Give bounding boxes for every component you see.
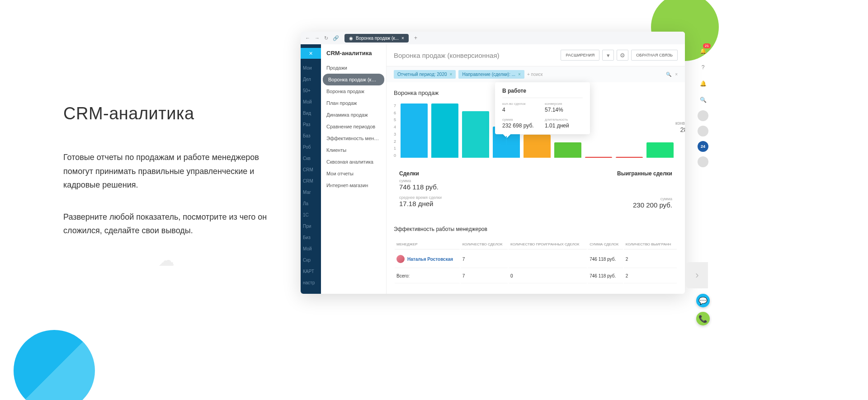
user-avatar[interactable] bbox=[698, 156, 708, 167]
call-button-icon[interactable]: 📞 bbox=[696, 312, 710, 325]
tooltip-title: В работе bbox=[502, 88, 583, 98]
sidebar-item[interactable]: Скр bbox=[301, 254, 321, 266]
sidebar-close-button[interactable]: × bbox=[301, 48, 321, 59]
analytics-nav-title: CRM-аналитика bbox=[321, 50, 386, 62]
app-window: ← → ↻ 🔗 ◉ Воронка продаж (к... × + × Мои… bbox=[301, 32, 685, 294]
main-content: Воронка продаж (конверсионная) Расширени… bbox=[387, 44, 685, 294]
marketing-title: CRM-аналитика bbox=[63, 104, 271, 123]
sidebar-item[interactable]: Мой bbox=[301, 96, 321, 108]
search-icon[interactable]: 🔍 bbox=[666, 72, 671, 77]
sidebar-item[interactable]: Вид bbox=[301, 108, 321, 119]
conversion-label: конверсия bbox=[675, 121, 685, 126]
nav-item[interactable]: Интернет-магазин bbox=[321, 179, 386, 191]
chart-bar[interactable] bbox=[585, 157, 612, 158]
remove-filter-icon[interactable]: × bbox=[450, 72, 453, 77]
sidebar-item[interactable]: При bbox=[301, 221, 321, 232]
nav-item[interactable]: Сравнение периодов bbox=[321, 121, 386, 132]
filter-chip-period[interactable]: Отчетный период: 2020 × bbox=[394, 70, 456, 79]
sidebar-item[interactable]: Роб bbox=[301, 141, 321, 153]
sidebar-item[interactable]: Дел bbox=[301, 74, 321, 85]
nav-item[interactable]: План продаж bbox=[321, 97, 386, 109]
table-row: Наталья Ростовская7746 118 руб.2 bbox=[395, 250, 677, 268]
chart-bar[interactable] bbox=[616, 157, 643, 158]
browser-bar: ← → ↻ 🔗 ◉ Воронка продаж (к... × + bbox=[301, 32, 685, 44]
left-rail-sidebar: × МоиДел50+МойВидРазБазРобСквCRMCRMМагЛа… bbox=[301, 44, 321, 294]
tab-favicon-icon: ◉ bbox=[349, 36, 353, 41]
sidebar-item[interactable]: 50+ bbox=[301, 85, 321, 96]
conversion-value: 28.57 % bbox=[675, 126, 685, 141]
extensions-dropdown-icon[interactable]: ▾ bbox=[602, 50, 614, 61]
tooltip-cell: сумма232 698 руб. bbox=[502, 118, 540, 129]
bell2-icon[interactable]: 🔔 bbox=[697, 78, 709, 89]
chart-bar[interactable] bbox=[462, 111, 489, 158]
tooltip-cell: кол-во сделок4 bbox=[502, 102, 540, 113]
analytics-nav: CRM-аналитика ПродажиВоронка продаж (кон… bbox=[321, 44, 387, 294]
chat-button-icon[interactable]: 💬 bbox=[696, 294, 710, 307]
funnel-chart-section: Воронка продаж В работе кол-во сделок4ко… bbox=[387, 82, 685, 165]
sidebar-item[interactable]: CRM bbox=[301, 164, 321, 175]
tooltip-cell: длительность1.01 дней bbox=[545, 118, 583, 129]
nav-item[interactable]: Клиенты bbox=[321, 144, 386, 156]
sidebar-item[interactable]: КАРТ bbox=[301, 266, 321, 277]
clear-filters-icon[interactable]: × bbox=[675, 72, 678, 77]
sidebar-item[interactable]: Мои bbox=[301, 62, 321, 74]
tab-close-icon[interactable]: × bbox=[401, 36, 404, 41]
chart-bar[interactable] bbox=[524, 135, 551, 158]
page-title: Воронка продаж (конверсионная) bbox=[394, 52, 500, 59]
new-tab-button[interactable]: + bbox=[414, 35, 417, 41]
avatar bbox=[396, 255, 405, 263]
nav-item[interactable]: Эффективность менедж... bbox=[321, 132, 386, 144]
user-avatar[interactable] bbox=[698, 126, 708, 136]
nav-item[interactable]: Воронка продаж (конве... bbox=[323, 74, 384, 85]
sidebar-item[interactable]: Маг bbox=[301, 187, 321, 198]
help-icon[interactable]: ? bbox=[697, 61, 709, 73]
marketing-para-2: Разверните любой показатель, посмотрите … bbox=[63, 210, 271, 238]
sidebar-item[interactable]: настр bbox=[301, 277, 321, 288]
back-icon[interactable]: ← bbox=[305, 35, 310, 41]
sidebar-item[interactable]: Баз bbox=[301, 130, 321, 141]
browser-tab[interactable]: ◉ Воронка продаж (к... × bbox=[344, 34, 409, 42]
extensions-button[interactable]: Расширения bbox=[561, 50, 599, 61]
nav-item[interactable]: Воронка продаж bbox=[321, 85, 386, 97]
notifications-icon[interactable]: 🔔21 bbox=[697, 45, 709, 57]
link-icon[interactable]: 🔗 bbox=[333, 35, 339, 41]
forward-icon[interactable]: → bbox=[315, 35, 320, 41]
chart-bar[interactable] bbox=[554, 142, 581, 158]
user-avatar[interactable] bbox=[698, 110, 708, 121]
sidebar-item[interactable]: CRM bbox=[301, 175, 321, 187]
sidebar-item[interactable]: 1С bbox=[301, 209, 321, 221]
filter-chip-direction[interactable]: Направление (сделки): ... × bbox=[458, 70, 524, 79]
chart-bar[interactable] bbox=[401, 104, 428, 158]
chart-bar[interactable] bbox=[646, 142, 674, 158]
managers-section: Эффективность работы менеджеров Менеджер… bbox=[387, 219, 685, 292]
managers-title: Эффективность работы менеджеров bbox=[394, 226, 678, 232]
manager-name-link[interactable]: Наталья Ростовская bbox=[407, 257, 453, 262]
settings-gear-icon[interactable]: ⚙ bbox=[617, 50, 628, 61]
nav-item[interactable]: Продажи bbox=[321, 62, 386, 74]
stats-won-title: Выигранные сделки bbox=[617, 170, 672, 177]
chart-tooltip: В работе кол-во сделок4конверсия57.14%су… bbox=[495, 82, 590, 134]
main-header: Воронка продаж (конверсионная) Расширени… bbox=[387, 44, 685, 66]
b24-icon[interactable]: 24 bbox=[698, 141, 708, 152]
sidebar-item[interactable]: Мой bbox=[301, 243, 321, 254]
chart-bar[interactable] bbox=[431, 104, 458, 158]
next-slide-button[interactable]: › bbox=[686, 262, 708, 288]
managers-table: МенеджерКоличество сделокКоличество прои… bbox=[394, 239, 678, 284]
add-filter-input[interactable]: + поиск bbox=[527, 72, 543, 77]
sidebar-item[interactable]: Скв bbox=[301, 153, 321, 164]
cloud-icon: ☁ bbox=[158, 251, 175, 270]
sidebar-item[interactable]: Ла bbox=[301, 198, 321, 209]
remove-filter-icon[interactable]: × bbox=[518, 72, 521, 77]
sidebar-item[interactable]: Биз bbox=[301, 232, 321, 243]
chart-y-axis: 76543210 bbox=[394, 104, 399, 158]
nav-item[interactable]: Сквозная аналитика bbox=[321, 156, 386, 168]
search-rail-icon[interactable]: 🔍 bbox=[697, 94, 709, 106]
nav-item[interactable]: Динамика продаж bbox=[321, 109, 386, 121]
sidebar-item[interactable]: Раз bbox=[301, 119, 321, 130]
nav-item[interactable]: Мои отчеты bbox=[321, 168, 386, 179]
stats-summary: Сделки сумма 746 118 руб. среднее время … bbox=[387, 165, 685, 219]
feedback-button[interactable]: Обратная связь bbox=[631, 50, 678, 61]
refresh-icon[interactable]: ↻ bbox=[324, 35, 328, 41]
marketing-para-1: Готовые отчеты по продажам и работе мене… bbox=[63, 151, 271, 192]
tooltip-cell: конверсия57.14% bbox=[545, 102, 583, 113]
